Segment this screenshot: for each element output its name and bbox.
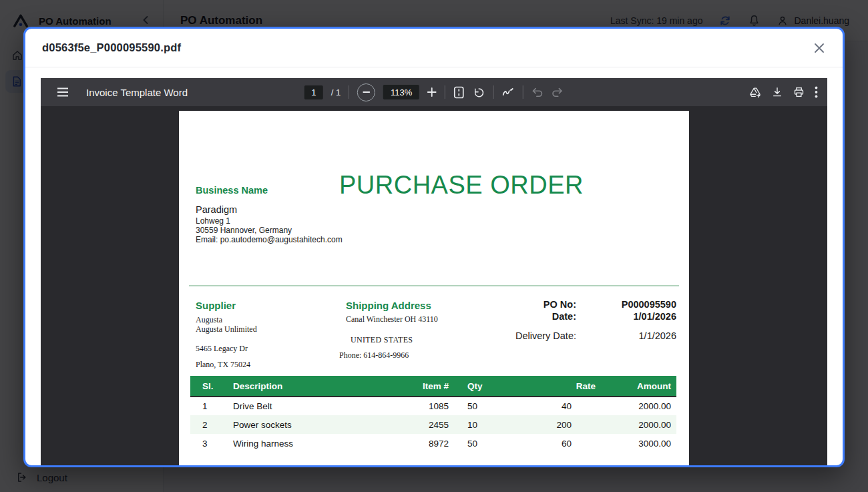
table-cell: 10 [454,415,527,434]
table-cell: 1085 [391,397,454,415]
table-cell: 50 [454,397,527,415]
business-address-line1: Lohweg 1 [196,216,230,226]
menu-icon[interactable] [57,87,69,97]
table-row: 3Wiring harness897250603000.00 [190,434,676,453]
table-cell: 8972 [391,434,454,453]
table-cell: Power sockets [224,415,391,434]
shipping-line2: UNITED STATES [351,335,413,345]
po-title: PURCHASE ORDER [339,171,584,200]
save-to-drive-icon[interactable] [748,86,762,99]
table-cell: 40 [527,397,601,415]
shipping-heading: Shipping Address [346,300,431,311]
zoom-in-icon[interactable] [427,87,437,97]
undo-icon[interactable] [531,87,544,97]
page-count-label: / 1 [331,87,341,97]
pdf-toolbar: Invoice Template Word 1 / 1 113% [41,78,827,106]
toolbar-divider [493,85,494,99]
screen: PO Automation Logout [0,0,868,492]
date-label: Date: [476,311,576,322]
modal-header: d0563f5e_P000095590.pdf [25,29,843,67]
section-divider [189,285,679,286]
po-no-value: P000095590 [576,299,676,310]
supplier-heading: Supplier [196,300,236,311]
col-header-rate: Rate [527,376,601,397]
pdf-document-title: Invoice Template Word [86,87,188,98]
pdf-canvas[interactable]: PURCHASE ORDER Business Name Paradigm Lo… [41,106,827,465]
line-items-table: Sl. Description Item # Qty Rate Amount 1… [190,376,676,453]
pdf-viewer: Invoice Template Word 1 / 1 113% [41,78,827,465]
business-address-line2: 30559 Hannover, Germany [196,226,292,235]
toolbar-divider [523,85,523,99]
col-header-qty: Qty [454,376,527,397]
pdf-toolbar-right [748,78,818,106]
pdf-preview-modal: d0563f5e_P000095590.pdf Invoice Template… [23,27,845,467]
modal-title: d0563f5e_P000095590.pdf [42,41,181,54]
col-header-amount: Amount [601,376,676,397]
supplier-line1: Augusta [196,315,222,325]
table-row: 1Drive Belt108550402000.00 [190,397,676,415]
table-cell: 200 [527,415,601,434]
delivery-date-value: 1/1/2026 [576,330,676,341]
business-name-heading: Business Name [196,185,268,196]
print-icon[interactable] [793,86,805,98]
date-value: 1/01/2026 [576,311,676,322]
table-cell: 2000.00 [601,415,676,434]
rotate-icon[interactable] [473,86,485,99]
close-icon[interactable] [813,41,826,55]
supplier-line3: 5465 Legacy Dr [196,344,248,354]
supplier-line4: Plano, TX 75024 [196,360,250,370]
table-cell: 50 [454,434,527,453]
table-cell: Drive Belt [224,397,391,415]
shipping-line1: Canal Winchester OH 43110 [346,314,438,324]
table-cell: 2 [190,415,224,434]
table-cell: 2455 [391,415,454,434]
table-cell: 2000.00 [601,397,676,415]
po-no-label: PO No: [476,299,576,310]
toolbar-divider [445,85,445,99]
business-name: Paradigm [196,204,237,215]
table-header-row: Sl. Description Item # Qty Rate Amount [190,376,676,397]
table-cell: 3 [190,434,224,453]
pdf-toolbar-center: 1 / 1 113% [304,78,564,106]
delivery-date-label: Delivery Date: [476,330,576,341]
zoom-level-input[interactable]: 113% [383,85,419,99]
pdf-page: PURCHASE ORDER Business Name Paradigm Lo… [179,111,689,465]
col-header-description: Description [224,376,391,397]
toolbar-divider [349,85,349,99]
annotate-pen-icon[interactable] [502,87,515,97]
table-cell: 60 [527,434,601,453]
fit-page-icon[interactable] [453,86,465,99]
business-email: Email: po.autodemo@augustahitech.com [196,235,343,244]
table-cell: 3000.00 [601,434,676,453]
col-header-item: Item # [391,376,454,397]
table-cell: 1 [190,397,224,415]
pdf-toolbar-left: Invoice Template Word [41,87,188,98]
more-options-icon[interactable] [815,86,818,98]
page-number-input[interactable]: 1 [304,85,323,99]
shipping-line3: Phone: 614-864-9966 [339,350,409,360]
redo-icon[interactable] [552,87,564,97]
zoom-out-icon[interactable] [357,83,375,101]
table-cell: Wiring harness [224,434,391,453]
col-header-sl: Sl. [190,376,224,397]
supplier-line2: Augusta Unlimited [196,324,257,334]
table-row: 2Power sockets2455102002000.00 [190,415,676,434]
download-icon[interactable] [771,86,783,98]
